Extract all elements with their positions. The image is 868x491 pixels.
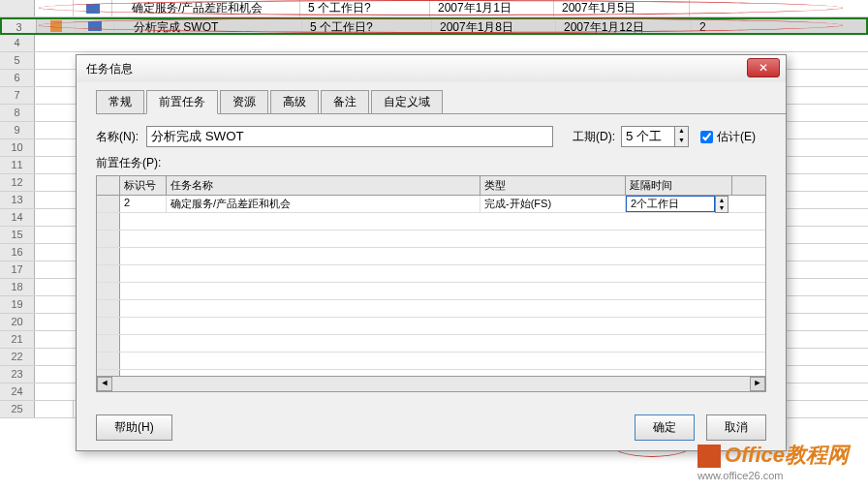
task-start-cell[interactable]: 2007年1月8日 [432, 19, 556, 33]
grid-header-row: 标识号 任务名称 类型 延隔时间 [97, 176, 765, 196]
duration-label: 工期(D): [573, 129, 615, 145]
indicator-cell [35, 0, 74, 16]
lag-spinner[interactable]: ▲▼ [715, 196, 728, 213]
task-icon-cell [76, 19, 114, 33]
row-number[interactable]: 23 [0, 366, 35, 383]
task-start-cell[interactable]: 2007年1月1日 [430, 0, 554, 16]
row-number[interactable]: 12 [0, 174, 35, 191]
grid-cell-name[interactable]: 确定服务/产品差距和机会 [167, 196, 480, 212]
horizontal-scrollbar[interactable]: ◄ ► [97, 376, 765, 391]
grid-data-row[interactable]: 2 确定服务/产品差距和机会 完成-开始(FS) ▲▼ [97, 196, 765, 213]
grid-header-type[interactable]: 类型 [480, 176, 626, 195]
row-number[interactable]: 15 [0, 227, 35, 243]
grid-cell-lag-input[interactable] [626, 196, 715, 212]
grid-cell-id[interactable]: 2 [120, 196, 167, 212]
row-number[interactable]: 4 [0, 35, 35, 51]
tab-notes[interactable]: 备注 [321, 90, 369, 113]
task-bar-icon [88, 21, 102, 31]
grid-header-lag[interactable]: 延隔时间 [626, 176, 732, 195]
predecessors-grid: 标识号 任务名称 类型 延隔时间 2 确定服务/产品差距和机会 完成-开始(FS… [96, 175, 766, 392]
tab-predecessors[interactable]: 前置任务 [146, 90, 218, 114]
grid-label: 前置任务(P): [96, 155, 786, 171]
scroll-left-icon[interactable]: ◄ [97, 377, 112, 391]
cancel-button[interactable]: 取消 [706, 414, 766, 441]
task-name-cell[interactable]: 分析完成 SWOT [114, 19, 302, 33]
estimate-checkbox[interactable] [700, 131, 713, 143]
dialog-titlebar[interactable]: 任务信息 ✕ [77, 55, 786, 82]
scroll-track[interactable] [112, 377, 750, 391]
task-dur-cell[interactable]: 5 个工作日? [302, 19, 432, 33]
dialog-title: 任务信息 [86, 61, 133, 77]
indicator-cell [35, 401, 74, 417]
indicator-icon [50, 20, 62, 32]
row-number[interactable]: 18 [0, 279, 35, 295]
row-number[interactable]: 22 [0, 349, 35, 365]
indicator-cell [37, 19, 76, 33]
task-end-cell[interactable]: 2007年1月12日 [556, 19, 692, 33]
row-number[interactable]: 14 [0, 209, 35, 226]
scroll-right-icon[interactable]: ► [750, 377, 765, 391]
row-number[interactable]: 24 [0, 384, 35, 400]
tab-general[interactable]: 常规 [96, 90, 144, 113]
dialog-tabs: 常规 前置任务 资源 高级 备注 自定义域 [96, 90, 786, 114]
name-label: 名称(N): [96, 129, 139, 145]
task-info-dialog: 任务信息 ✕ 常规 前置任务 资源 高级 备注 自定义域 名称(N): 工期(D… [76, 54, 787, 451]
help-button[interactable]: 帮助(H) [96, 414, 172, 441]
grid-header-name[interactable]: 任务名称 [167, 176, 480, 195]
grid-header-selector[interactable] [97, 176, 120, 195]
row-number[interactable]: 9 [0, 122, 35, 138]
spinner-up-icon[interactable]: ▲ [675, 127, 688, 137]
name-input[interactable] [146, 126, 553, 147]
row-number[interactable]: 11 [0, 157, 35, 173]
close-button[interactable]: ✕ [747, 58, 780, 77]
row-number[interactable]: 5 [0, 52, 35, 69]
duration-spinner[interactable]: ▲▼ [675, 126, 689, 147]
row-number[interactable]: 10 [0, 139, 35, 156]
grid-header-id[interactable]: 标识号 [120, 176, 167, 195]
task-name-cell[interactable]: 确定服务/产品差距和机会 [112, 0, 300, 16]
duration-input[interactable] [621, 126, 675, 147]
grid-cell-type[interactable]: 完成-开始(FS) [480, 196, 626, 212]
ok-button[interactable]: 确定 [635, 414, 695, 441]
tab-resources[interactable]: 资源 [220, 90, 268, 113]
row-number[interactable]: 20 [0, 314, 35, 330]
sheet-row[interactable]: 确定服务/产品差距和机会 5 个工作日? 2007年1月1日 2007年1月5日 [0, 0, 868, 17]
row-number[interactable]: 7 [0, 87, 35, 104]
grid-row-selector[interactable] [97, 196, 120, 212]
task-bar-icon [86, 4, 100, 14]
row-number[interactable]: 6 [0, 70, 35, 86]
row-number[interactable]: 8 [0, 105, 35, 121]
task-end-cell[interactable]: 2007年1月5日 [554, 0, 690, 16]
tab-custom[interactable]: 自定义域 [371, 90, 443, 113]
row-number[interactable]: 13 [0, 192, 35, 208]
task-icon-cell [74, 0, 112, 16]
sheet-row-selected[interactable]: 3 分析完成 SWOT 5 个工作日? 2007年1月8日 2007年1月12日… [0, 17, 868, 35]
tab-advanced[interactable]: 高级 [270, 90, 319, 113]
task-dur-cell[interactable]: 5 个工作日? [300, 0, 430, 16]
row-number[interactable]: 16 [0, 244, 35, 261]
row-number[interactable]: 21 [0, 331, 35, 348]
spinner-down-icon[interactable]: ▼ [716, 204, 728, 212]
spinner-down-icon[interactable]: ▼ [675, 137, 688, 146]
row-number[interactable]: 19 [0, 296, 35, 313]
row-number[interactable]: 3 [2, 19, 37, 33]
task-pred-cell[interactable]: 2 [692, 19, 789, 33]
spinner-up-icon[interactable]: ▲ [716, 197, 728, 204]
estimate-checkbox-label[interactable]: 估计(E) [700, 129, 756, 145]
row-number[interactable] [0, 0, 35, 16]
row-number[interactable]: 25 [0, 401, 35, 417]
estimate-text: 估计(E) [717, 129, 756, 145]
row-number[interactable]: 17 [0, 261, 35, 278]
task-pred-cell[interactable] [690, 0, 787, 16]
